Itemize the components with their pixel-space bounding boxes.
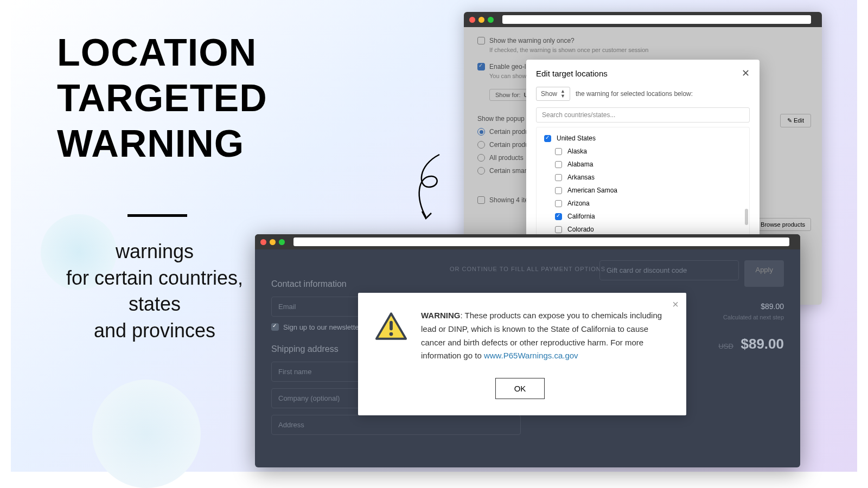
location-item[interactable]: Arizona [537,197,749,210]
headline: LOCATION TARGETED WARNING [57,30,267,166]
location-checkbox[interactable] [555,226,562,233]
warning-link[interactable]: www.P65Warnings.ca.gov [484,351,578,360]
window-titlebar [255,234,800,249]
location-checkbox[interactable] [555,148,562,155]
location-label: Colorado [567,226,594,233]
location-checkbox[interactable] [555,213,562,220]
subheadline: warnings for certain countries, states a… [62,239,247,344]
location-item[interactable]: Alabama [537,158,749,171]
headline-line: WARNING [57,121,267,166]
location-checkbox[interactable] [555,200,562,207]
divider [127,214,187,217]
window-titlebar [464,12,822,27]
location-label: American Samoa [567,187,617,194]
location-item[interactable]: Arkansas [537,171,749,184]
location-item[interactable]: Colorado [537,223,749,235]
arrow-icon [401,149,456,225]
location-checkbox[interactable] [544,135,551,142]
close-dot-icon[interactable] [260,239,266,245]
close-icon[interactable]: × [672,298,679,311]
location-item[interactable]: American Samoa [537,184,749,197]
location-label: United States [557,134,596,142]
headline-line: LOCATION [57,30,267,75]
warning-triangle-icon [374,311,408,341]
svg-rect-0 [390,321,393,330]
warning-popup: × WARNING: These products can expose you… [358,293,686,415]
apply-button[interactable]: Apply [744,260,784,287]
currency-label: USD [718,342,733,350]
location-item[interactable]: California [537,210,749,223]
location-checkbox[interactable] [555,187,562,194]
scrollbar-thumb[interactable] [745,209,748,225]
location-label: Alabama [567,160,593,168]
location-label: Alaska [567,147,587,155]
location-label: California [567,213,595,220]
headline-line: TARGETED [57,75,267,121]
url-bar[interactable] [502,15,811,24]
total-price: $89.00 [741,336,784,352]
modal-title: Edit target locations [536,69,608,78]
warning-text: WARNING: These products can expose you t… [421,309,666,363]
bg-blob [92,380,201,488]
minimize-dot-icon[interactable] [478,17,484,23]
location-label: Arizona [567,200,590,207]
modal-tail-text: the warning for selected locations below… [576,90,693,98]
close-dot-icon[interactable] [469,17,475,23]
newsletter-checkbox[interactable] [271,323,279,331]
location-label: Arkansas [567,174,595,181]
minimize-dot-icon[interactable] [270,239,276,245]
banner-text: OR CONTINUE TO FILL ALL PAYMENT OPTIONS [450,266,605,272]
contact-heading: Contact information [271,279,521,289]
locations-list[interactable]: United StatesAlaskaAlabamaArkansasAmeric… [536,127,750,235]
location-checkbox[interactable] [555,161,562,168]
maximize-dot-icon[interactable] [488,17,494,23]
svg-point-1 [390,332,393,336]
show-hide-select[interactable]: Show▲▼ [536,87,570,101]
url-bar[interactable] [293,237,789,246]
location-item[interactable]: Alaska [537,145,749,158]
newsletter-label: Sign up to our newsletter [283,323,361,331]
location-item[interactable]: United States [537,132,749,145]
address-field[interactable]: Address [271,415,521,435]
search-input[interactable]: Search countries/states... [536,107,750,123]
edit-target-locations-modal: Edit target locations ✕ Show▲▼ the warni… [526,60,760,245]
maximize-dot-icon[interactable] [279,239,285,245]
discount-code-field[interactable]: Gift card or discount code [599,260,739,280]
location-checkbox[interactable] [555,174,562,181]
close-icon[interactable]: ✕ [742,67,750,79]
ok-button[interactable]: OK [495,378,545,399]
